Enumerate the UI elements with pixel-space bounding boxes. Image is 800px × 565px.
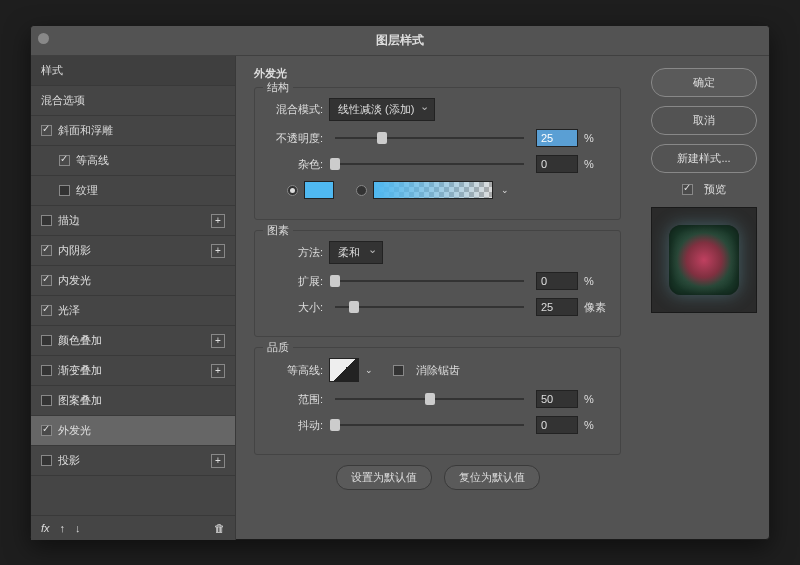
checkbox-outer-glow[interactable]	[41, 425, 52, 436]
move-up-icon[interactable]: ↑	[60, 522, 66, 534]
contour-label: 等高线:	[267, 363, 323, 378]
color-swatch[interactable]	[304, 181, 334, 199]
range-input[interactable]: 50	[536, 390, 578, 408]
structure-group: 结构 混合模式: 线性减淡 (添加) 不透明度: 25 % 杂色: 0 %	[254, 87, 621, 220]
sidebar-item-color-overlay[interactable]: 颜色叠加+	[31, 326, 235, 356]
checkbox-bevel[interactable]	[41, 125, 52, 136]
sidebar-item-gradient-overlay[interactable]: 渐变叠加+	[31, 356, 235, 386]
technique-label: 方法:	[267, 245, 323, 260]
sidebar-item-bevel[interactable]: 斜面和浮雕	[31, 116, 235, 146]
sidebar-item-stroke[interactable]: 描边+	[31, 206, 235, 236]
sidebar-item-styles[interactable]: 样式	[31, 56, 235, 86]
checkbox-color-overlay[interactable]	[41, 335, 52, 346]
jitter-label: 抖动:	[267, 418, 323, 433]
checkbox-satin[interactable]	[41, 305, 52, 316]
sidebar-item-drop-shadow[interactable]: 投影+	[31, 446, 235, 476]
layer-style-dialog: 图层样式 样式 混合选项 斜面和浮雕 等高线 纹理 描边+ 内阴影+ 内发光 光…	[30, 25, 770, 540]
checkbox-drop-shadow[interactable]	[41, 455, 52, 466]
reset-default-button[interactable]: 复位为默认值	[444, 465, 540, 490]
styles-sidebar: 样式 混合选项 斜面和浮雕 等高线 纹理 描边+ 内阴影+ 内发光 光泽 颜色叠…	[31, 56, 236, 540]
checkbox-inner-glow[interactable]	[41, 275, 52, 286]
quality-group: 品质 等高线: ⌄ 消除锯齿 范围: 50 % 抖动:	[254, 347, 621, 455]
sidebar-item-pattern-overlay[interactable]: 图案叠加	[31, 386, 235, 416]
checkbox-gradient-overlay[interactable]	[41, 365, 52, 376]
sidebar-item-outer-glow[interactable]: 外发光	[31, 416, 235, 446]
set-default-button[interactable]: 设置为默认值	[336, 465, 432, 490]
sidebar-item-texture[interactable]: 纹理	[31, 176, 235, 206]
jitter-input[interactable]: 0	[536, 416, 578, 434]
range-label: 范围:	[267, 392, 323, 407]
dialog-title: 图层样式	[31, 26, 769, 56]
add-color-overlay-icon[interactable]: +	[211, 334, 225, 348]
new-style-button[interactable]: 新建样式...	[651, 144, 757, 173]
preview-thumbnail	[651, 207, 757, 313]
gradient-radio[interactable]	[356, 185, 367, 196]
elements-group: 图素 方法: 柔和 扩展: 0 % 大小: 25 像素	[254, 230, 621, 337]
jitter-slider[interactable]	[335, 418, 524, 432]
noise-label: 杂色:	[267, 157, 323, 172]
add-inner-shadow-icon[interactable]: +	[211, 244, 225, 258]
preview-shape	[669, 225, 739, 295]
ok-button[interactable]: 确定	[651, 68, 757, 97]
spread-label: 扩展:	[267, 274, 323, 289]
noise-slider[interactable]	[335, 157, 524, 171]
color-radio[interactable]	[287, 185, 298, 196]
checkbox-texture[interactable]	[59, 185, 70, 196]
contour-picker[interactable]	[329, 358, 359, 382]
close-button[interactable]	[38, 33, 49, 44]
checkbox-preview[interactable]	[682, 184, 693, 195]
size-slider[interactable]	[335, 300, 524, 314]
opacity-label: 不透明度:	[267, 131, 323, 146]
settings-panel: 外发光 结构 混合模式: 线性减淡 (添加) 不透明度: 25 % 杂色: 0	[236, 56, 639, 540]
add-drop-shadow-icon[interactable]: +	[211, 454, 225, 468]
blend-mode-label: 混合模式:	[267, 102, 323, 117]
checkbox-contour[interactable]	[59, 155, 70, 166]
checkbox-inner-shadow[interactable]	[41, 245, 52, 256]
cancel-button[interactable]: 取消	[651, 106, 757, 135]
move-down-icon[interactable]: ↓	[75, 522, 81, 534]
section-title: 外发光	[254, 66, 621, 81]
gradient-picker[interactable]	[373, 181, 493, 199]
checkbox-stroke[interactable]	[41, 215, 52, 226]
range-slider[interactable]	[335, 392, 524, 406]
sidebar-item-satin[interactable]: 光泽	[31, 296, 235, 326]
spread-slider[interactable]	[335, 274, 524, 288]
opacity-slider[interactable]	[335, 131, 524, 145]
trash-icon[interactable]: 🗑	[214, 522, 225, 534]
gradient-dropdown-icon[interactable]: ⌄	[501, 185, 509, 195]
sidebar-item-contour[interactable]: 等高线	[31, 146, 235, 176]
action-panel: 确定 取消 新建样式... 预览	[639, 56, 769, 540]
technique-select[interactable]: 柔和	[329, 241, 383, 264]
sidebar-item-blending-options[interactable]: 混合选项	[31, 86, 235, 116]
fx-menu-icon[interactable]: fx	[41, 522, 50, 534]
sidebar-footer: fx ↑ ↓ 🗑	[31, 515, 235, 540]
spread-input[interactable]: 0	[536, 272, 578, 290]
add-stroke-icon[interactable]: +	[211, 214, 225, 228]
checkbox-pattern-overlay[interactable]	[41, 395, 52, 406]
size-label: 大小:	[267, 300, 323, 315]
checkbox-antialias[interactable]	[393, 365, 404, 376]
contour-dropdown-icon[interactable]: ⌄	[365, 365, 373, 375]
size-input[interactable]: 25	[536, 298, 578, 316]
sidebar-item-inner-shadow[interactable]: 内阴影+	[31, 236, 235, 266]
noise-input[interactable]: 0	[536, 155, 578, 173]
opacity-input[interactable]: 25	[536, 129, 578, 147]
add-gradient-overlay-icon[interactable]: +	[211, 364, 225, 378]
sidebar-item-inner-glow[interactable]: 内发光	[31, 266, 235, 296]
blend-mode-select[interactable]: 线性减淡 (添加)	[329, 98, 435, 121]
